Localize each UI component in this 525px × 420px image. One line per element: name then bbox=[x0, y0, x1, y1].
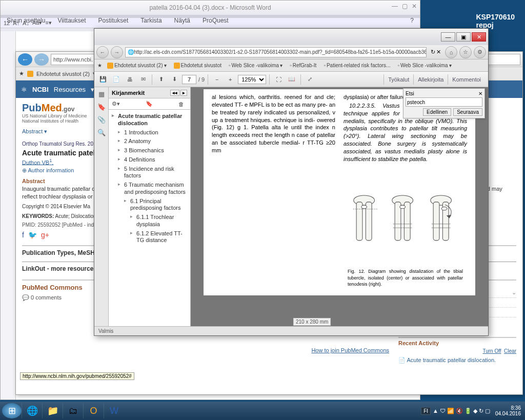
bookmark-item[interactable]: 6.1.2 Elevated TT-TG distance bbox=[129, 229, 188, 246]
font-size-selector[interactable]: 12 bbox=[4, 20, 10, 26]
bookmark-item[interactable]: 3 Biomechanics bbox=[117, 146, 188, 155]
tab-mailings[interactable]: Postitukset bbox=[96, 16, 131, 18]
tab-review[interactable]: Tarkista bbox=[138, 16, 164, 18]
close-button[interactable]: ✕ bbox=[472, 32, 486, 42]
add-favorite-icon[interactable]: ★ bbox=[97, 63, 102, 68]
recent-item[interactable]: 📄 Acute traumatic patellar dislocation. bbox=[398, 357, 516, 364]
start-button[interactable]: ⊞ bbox=[2, 403, 22, 418]
minimize-button[interactable]: — bbox=[441, 32, 455, 42]
google-plus-icon[interactable]: g+ bbox=[41, 231, 49, 239]
help-icon[interactable]: ? bbox=[408, 16, 416, 18]
taskbar-explorer-icon[interactable]: 📁 bbox=[42, 403, 63, 418]
bookmark-item[interactable]: 1 Introduction bbox=[117, 128, 188, 137]
fav-patient-risk[interactable]: ▫Patient-related risk factors... bbox=[321, 62, 392, 69]
tray-shield-icon[interactable]: 🛡 bbox=[440, 408, 446, 414]
maximize-icon[interactable]: ▢ bbox=[402, 3, 408, 10]
bookmarks-icon[interactable]: 🔖 bbox=[97, 103, 106, 111]
tab-proquest[interactable]: ProQuest bbox=[200, 16, 231, 18]
next-page-icon[interactable]: ⬇ bbox=[169, 74, 180, 85]
bookmark-item[interactable]: 6.1.1 Trochlear dysplasia bbox=[129, 213, 188, 229]
bm-options-icon[interactable]: ⚙▾ bbox=[112, 101, 120, 107]
bookmark-item[interactable]: 2 Anatomy bbox=[117, 137, 188, 146]
font-grow-icon[interactable]: A↑ bbox=[13, 20, 19, 26]
prev-page-icon[interactable]: ⬆ bbox=[155, 74, 167, 85]
clear-link[interactable]: Clear bbox=[504, 348, 516, 354]
sign-tab[interactable]: Allekirjoita bbox=[413, 74, 448, 85]
bookmark-item[interactable]: Acute traumatic patellar dislocation bbox=[111, 112, 188, 128]
tray-sync-icon[interactable]: ↻ bbox=[479, 408, 483, 414]
twitter-icon[interactable]: 🐦 bbox=[28, 231, 37, 239]
fav-webslice-1[interactable]: ▫Web Slice -valikoima ▾ bbox=[227, 62, 285, 69]
fav-suggested-2[interactable]: Ehdotetut sivustot (2) ▾ bbox=[105, 62, 169, 69]
find-input[interactable] bbox=[406, 97, 482, 107]
fav-refgrab[interactable]: ▫RefGrab-It bbox=[288, 62, 318, 69]
bookmark-item[interactable]: 6.1 Principal predisposing factors bbox=[123, 197, 188, 213]
search-binoculars-icon[interactable]: 🔍 bbox=[97, 129, 106, 136]
close-icon[interactable]: ✕ bbox=[412, 3, 417, 10]
settings-gear-icon[interactable]: ⚙ bbox=[474, 46, 486, 58]
favorites-star-icon[interactable]: ☆ bbox=[459, 46, 472, 58]
resources-menu[interactable]: Resources bbox=[54, 86, 86, 93]
suggested-sites-icon[interactable] bbox=[27, 71, 33, 77]
tray-network-icon[interactable]: 📶 bbox=[447, 408, 454, 414]
find-prev-button[interactable]: Edellinen bbox=[423, 108, 451, 116]
zoom-selector[interactable]: 125% bbox=[238, 75, 266, 84]
attachments-icon[interactable]: 📎 bbox=[97, 116, 106, 124]
bookmark-item[interactable]: 6 Traumatic mechanism and predisposing f… bbox=[117, 181, 188, 197]
bm-collapse-icon[interactable]: ◂◂ bbox=[170, 90, 179, 96]
home-icon[interactable]: ⌂ bbox=[445, 46, 457, 58]
language-indicator[interactable]: FI bbox=[421, 407, 431, 415]
pdf-address-bar[interactable]: 🌐 http://ac.els-cdn.com/S187705681400330… bbox=[125, 47, 427, 57]
print-icon[interactable]: 🖶 bbox=[124, 74, 135, 85]
font-shrink-icon[interactable]: A↓ bbox=[23, 20, 29, 26]
zoom-in-icon[interactable]: + bbox=[225, 74, 236, 85]
how-to-join-link[interactable]: How to join PubMed Commons bbox=[311, 347, 389, 353]
minimize-icon[interactable]: — bbox=[392, 3, 398, 10]
fit-page-icon[interactable]: ⛶ bbox=[273, 74, 284, 85]
bookmark-item[interactable]: 4 Definitions bbox=[117, 155, 188, 165]
suggested-sites-link[interactable]: Ehdotetut sivustot (2) bbox=[36, 71, 90, 77]
bm-close-icon[interactable]: ▸ bbox=[180, 90, 187, 96]
thumbnails-icon[interactable]: ▦ bbox=[98, 90, 105, 98]
forward-button-pdf[interactable]: → bbox=[111, 46, 123, 58]
fav-webslice-2[interactable]: ▫Web Slice -valikoima ▾ bbox=[395, 62, 453, 69]
zoom-out-icon[interactable]: − bbox=[211, 74, 223, 85]
tab-view[interactable]: Näytä bbox=[172, 16, 192, 18]
abstract-dropdown[interactable]: Abstract ▾ bbox=[22, 128, 47, 135]
change-case-icon[interactable]: Aa▾ bbox=[32, 19, 42, 26]
tray-icons[interactable]: ▲ 🛡 📶 🔇 🔋 ◆ ↻ ▢ bbox=[433, 408, 490, 414]
tray-av-icon[interactable]: ◆ bbox=[473, 408, 477, 414]
pdf-icon[interactable]: 📄 bbox=[111, 74, 122, 85]
bm-new-icon[interactable]: 🔖 bbox=[146, 101, 153, 107]
bullets-icon[interactable]: ≡▾ bbox=[45, 19, 51, 26]
facebook-icon[interactable]: f bbox=[22, 231, 24, 239]
back-button[interactable]: ← bbox=[18, 53, 32, 66]
pdf-page-view[interactable]: al lesions which, oarthritis. reened for… bbox=[191, 87, 488, 326]
fullscreen-icon[interactable]: ⤢ bbox=[304, 74, 315, 85]
taskbar-folder-icon[interactable]: 🗂 bbox=[63, 403, 83, 418]
taskbar-word-icon[interactable]: W bbox=[104, 403, 124, 418]
back-button-pdf[interactable]: ← bbox=[96, 46, 109, 58]
tray-sound-icon[interactable]: 🔇 bbox=[456, 408, 463, 414]
tray-misc-icon[interactable]: ▢ bbox=[485, 408, 490, 414]
restore-button[interactable]: ▣ bbox=[456, 32, 471, 42]
tray-battery-icon[interactable]: 🔋 bbox=[465, 408, 472, 414]
tab-references[interactable]: Viittaukset bbox=[55, 16, 88, 18]
turn-off-link[interactable]: Turn Off bbox=[482, 348, 501, 354]
taskbar-ie-icon[interactable]: 🌐 bbox=[22, 403, 42, 418]
email-icon[interactable]: ✉ bbox=[137, 74, 149, 85]
refresh-icon[interactable]: ↻ bbox=[431, 49, 435, 55]
forward-button[interactable]: → bbox=[34, 53, 49, 66]
favorites-icon[interactable]: ★ bbox=[19, 70, 24, 77]
tray-flag-icon[interactable]: ▲ bbox=[433, 408, 438, 414]
find-next-button[interactable]: Seuraava bbox=[453, 108, 482, 116]
bookmark-item[interactable]: 5 Incidence and risk factors bbox=[117, 165, 188, 181]
tab-page-layout[interactable]: Sivun asettelu bbox=[5, 16, 47, 18]
read-mode-icon[interactable]: 📖 bbox=[286, 74, 297, 85]
save-icon[interactable]: 💾 bbox=[97, 74, 109, 85]
find-close-icon[interactable]: ✕ bbox=[478, 91, 482, 96]
stop-icon[interactable]: ✕ bbox=[436, 49, 441, 55]
fav-suggested[interactable]: Ehdotetut sivustot bbox=[172, 62, 224, 69]
page-number-input[interactable] bbox=[182, 75, 196, 84]
tools-tab[interactable]: Työkalut bbox=[383, 74, 413, 85]
